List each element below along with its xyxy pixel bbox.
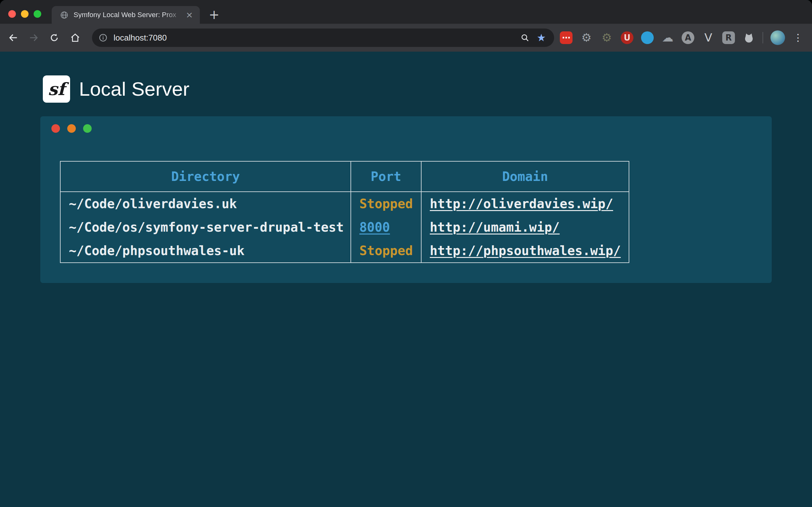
browser-toolbar: localhost:7080 ★ ⋯ ⚙ ⚙ U ☁	[0, 24, 812, 52]
page-content: sf Local Server Directory Port Domain	[0, 52, 812, 507]
extensions-row: ⋯ ⚙ ⚙ U ☁ A V R	[556, 24, 759, 52]
table-row: ~/Code/oliverdavies.uk Stopped http://ol…	[60, 192, 629, 216]
table-header-row: Directory Port Domain	[60, 161, 629, 192]
window-zoom-button[interactable]	[34, 10, 41, 18]
domain-cell: http://umami.wip/	[421, 216, 629, 239]
extension-cloud-icon[interactable]: ☁	[658, 24, 678, 52]
home-button[interactable]	[67, 30, 84, 46]
tab-title: Symfony Local Web Server: Prox	[73, 11, 184, 18]
site-info-icon[interactable]	[98, 33, 108, 43]
url-text: localhost:7080	[113, 34, 520, 42]
zoom-icon[interactable]	[520, 33, 530, 43]
window-minimize-button[interactable]	[21, 10, 29, 18]
proxy-table-wrap: Directory Port Domain ~/Code/oliverdavie…	[60, 161, 629, 263]
extension-red-grid-icon[interactable]: ⋯	[556, 24, 576, 52]
window-close-button[interactable]	[8, 10, 16, 18]
terminal-dot-red	[51, 124, 60, 133]
terminal-dot-green	[83, 124, 92, 133]
domain-link[interactable]: http://umami.wip/	[430, 220, 560, 234]
tab-close-icon[interactable]: ×	[184, 9, 195, 20]
browser-menu-button[interactable]: ⋮	[792, 30, 804, 46]
address-bar[interactable]: localhost:7080 ★	[92, 29, 554, 47]
domain-link[interactable]: http://oliverdavies.wip/	[430, 196, 613, 211]
header-domain: Domain	[421, 161, 629, 192]
port-status: Stopped	[359, 243, 413, 258]
globe-favicon-icon	[60, 11, 68, 19]
tab-strip: Symfony Local Web Server: Prox × +	[0, 0, 812, 24]
domain-cell: http://oliverdavies.wip/	[421, 192, 629, 216]
new-tab-button[interactable]: +	[207, 8, 221, 22]
directory-cell: ~/Code/os/symfony-server-drupal-test	[60, 216, 351, 239]
extension-letter-r-icon[interactable]: R	[718, 24, 739, 52]
extension-gear-icon[interactable]: ⚙	[576, 24, 597, 52]
terminal-card: Directory Port Domain ~/Code/oliverdavie…	[40, 116, 772, 283]
table-row: ~/Code/phpsouthwales-uk Stopped http://p…	[60, 239, 629, 263]
bookmark-star-icon[interactable]: ★	[537, 33, 546, 43]
port-cell: Stopped	[351, 239, 421, 263]
port-cell: Stopped	[351, 192, 421, 216]
traffic-lights	[8, 10, 41, 18]
forward-icon	[28, 32, 39, 43]
terminal-dot-orange	[67, 124, 76, 133]
header-directory: Directory	[60, 161, 351, 192]
header-port: Port	[351, 161, 421, 192]
profile-avatar[interactable]	[770, 31, 785, 45]
extension-letter-a-icon[interactable]: A	[678, 24, 698, 52]
directory-cell: ~/Code/phpsouthwales-uk	[60, 239, 351, 263]
extension-letter-v-icon[interactable]: V	[698, 24, 718, 52]
domain-link[interactable]: http://phpsouthwales.wip/	[430, 243, 621, 258]
domain-cell: http://phpsouthwales.wip/	[421, 239, 629, 263]
brand-header: sf Local Server	[43, 75, 189, 103]
reload-icon	[49, 33, 59, 43]
extension-dark-gear-icon[interactable]: ⚙	[597, 24, 617, 52]
terminal-dots	[51, 124, 92, 133]
home-icon	[70, 32, 81, 43]
port-status: Stopped	[359, 196, 413, 211]
symfony-logo: sf	[43, 75, 70, 103]
back-icon	[8, 32, 19, 43]
port-cell: 8000	[351, 216, 421, 239]
browser-tab[interactable]: Symfony Local Web Server: Prox ×	[52, 6, 200, 24]
port-link[interactable]: 8000	[359, 220, 390, 234]
reload-button[interactable]	[46, 30, 62, 46]
page-title: Local Server	[79, 79, 189, 99]
forward-button[interactable]	[26, 30, 42, 46]
proxy-table: Directory Port Domain ~/Code/oliverdavie…	[60, 161, 629, 263]
extension-cat-icon[interactable]	[739, 24, 759, 52]
toolbar-divider	[763, 32, 763, 43]
back-button[interactable]	[5, 30, 21, 46]
extension-blue-circle-icon[interactable]	[637, 24, 658, 52]
extension-ublock-icon[interactable]: U	[617, 24, 637, 52]
table-row: ~/Code/os/symfony-server-drupal-test 800…	[60, 216, 629, 239]
browser-window: Symfony Local Web Server: Prox × + local…	[0, 0, 812, 507]
directory-cell: ~/Code/oliverdavies.uk	[60, 192, 351, 216]
